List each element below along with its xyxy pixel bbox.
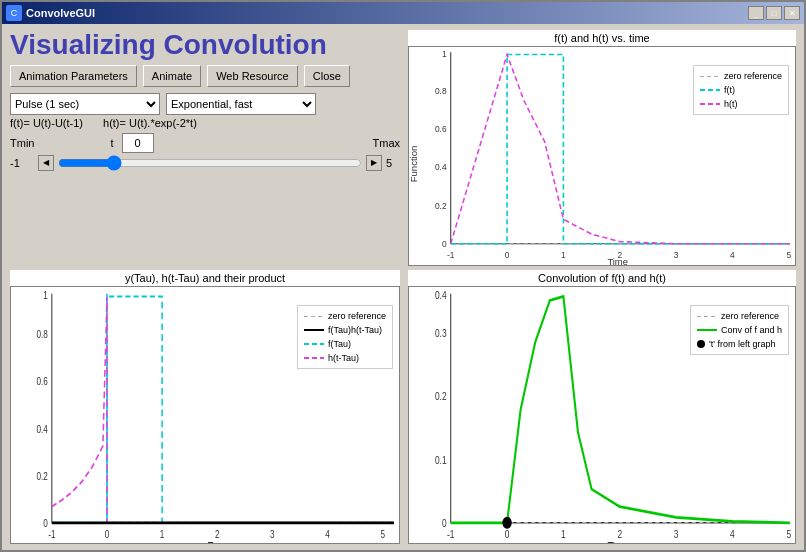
svg-text:4: 4 [325,527,330,539]
svg-text:0.4: 0.4 [36,422,48,434]
svg-text:Function: Function [409,146,419,183]
chart-bottom-right: -1 0 1 2 3 4 5 0 0.1 0.2 0.3 [408,286,796,544]
svg-text:2: 2 [617,528,622,540]
legend-bl-zero: zero reference [304,309,386,323]
svg-text:1: 1 [160,527,165,539]
close-button[interactable]: ✕ [784,6,800,20]
svg-text:4: 4 [730,249,735,259]
legend-ht: h(t) [700,97,782,111]
svg-text:3: 3 [674,249,679,259]
tmin-label: Tmin [10,137,34,149]
main-window: C ConvolveGUI _ □ ✕ Visualizing Convolut… [0,0,806,552]
svg-text:5: 5 [786,249,791,259]
svg-text:1: 1 [561,528,566,540]
t-marker-dot [503,517,511,528]
svg-text:0.3: 0.3 [435,327,447,339]
window-icon: C [6,5,22,21]
formula-row: f(t)= U(t)-U(t-1) h(t)= U(t).*exp(-2*t) [10,117,400,129]
window-title: ConvolveGUI [26,7,95,19]
chart-bottom-left-legend: zero reference f(Tau)h(t-Tau) f(Tau) [297,305,393,369]
svg-text:5: 5 [380,527,385,539]
svg-text:-1: -1 [447,528,454,540]
chart-top-right-title: f(t) and h(t) vs. time [408,30,796,46]
svg-text:0: 0 [105,527,110,539]
tmin-value: -1 [10,157,34,169]
svg-text:0.6: 0.6 [36,375,47,387]
svg-text:0.2: 0.2 [435,390,447,402]
chart-top-right-legend: zero reference f(t) h(t) [693,65,789,115]
chart-top-right: Function -1 0 1 2 [408,46,796,266]
svg-text:1: 1 [43,289,48,301]
svg-text:Tau: Tau [208,540,223,543]
svg-text:1: 1 [561,249,566,259]
legend-br-conv: Conv of f and h [697,323,782,337]
svg-text:0: 0 [43,517,48,529]
page-title: Visualizing Convolution [10,30,400,61]
legend-br-t: 't' from left graph [697,337,782,351]
svg-text:0.8: 0.8 [435,86,447,96]
svg-text:5: 5 [786,528,791,540]
f-formula: f(t)= U(t)-U(t-1) [10,117,83,129]
f-function-select[interactable]: Pulse (1 sec) Rectangle Triangle [10,93,160,115]
svg-text:0.2: 0.2 [36,470,47,482]
chart-bottom-right-legend: zero reference Conv of f and h 't' from … [690,305,789,355]
animate-button[interactable]: Animate [143,65,201,87]
close-button-toolbar[interactable]: Close [304,65,350,87]
svg-text:0.1: 0.1 [435,453,447,465]
svg-text:0: 0 [505,528,510,540]
slider-left-arrow[interactable]: ◀ [38,155,54,171]
svg-text:0.2: 0.2 [435,201,447,211]
chart-bottom-right-title: Convolution of f(t) and h(t) [408,270,796,286]
tmax-label: Tmax [373,137,401,149]
h-function-select[interactable]: Exponential, fast Exponential, slow [166,93,316,115]
svg-text:0: 0 [505,249,510,259]
tmax-value: 5 [386,157,400,169]
legend-zero-ref: zero reference [700,69,782,83]
time-controls: Tmin t Tmax [10,133,400,153]
legend-br-zero: zero reference [697,309,782,323]
title-bar: C ConvolveGUI _ □ ✕ [2,2,804,24]
maximize-button[interactable]: □ [766,6,782,20]
svg-text:0.4: 0.4 [435,162,447,172]
svg-text:0.4: 0.4 [435,289,447,301]
svg-text:2: 2 [215,527,220,539]
svg-text:3: 3 [270,527,275,539]
chart-bottom-left-title: y(Tau), h(t-Tau) and their product [10,270,400,286]
legend-bl-product: f(Tau)h(t-Tau) [304,323,386,337]
window-controls: _ □ ✕ [748,6,800,20]
time-slider[interactable] [58,155,362,171]
toolbar: Animation Parameters Animate Web Resourc… [10,65,400,87]
svg-text:3: 3 [674,528,679,540]
t-input[interactable] [122,133,154,153]
legend-bl-ftau: f(Tau) [304,337,386,351]
svg-text:-1: -1 [447,249,455,259]
animation-params-button[interactable]: Animation Parameters [10,65,137,87]
svg-text:0: 0 [442,239,447,249]
svg-text:Time: Time [607,540,627,543]
legend-ft: f(t) [700,83,782,97]
svg-text:Time: Time [607,256,628,265]
svg-text:4: 4 [730,528,735,540]
content-area: Visualizing Convolution Animation Parame… [2,24,804,550]
t-label: t [110,137,113,149]
minimize-button[interactable]: _ [748,6,764,20]
chart-bottom-left: -1 0 1 2 3 4 5 0 0.2 0.4 0.6 0.8 [10,286,400,544]
svg-text:0: 0 [442,517,447,529]
svg-text:-1: -1 [48,527,55,539]
slider-right-arrow[interactable]: ▶ [366,155,382,171]
svg-text:1: 1 [442,48,447,58]
h-formula: h(t)= U(t).*exp(-2*t) [103,117,197,129]
legend-bl-htau: h(t-Tau) [304,351,386,365]
svg-text:0.6: 0.6 [435,124,447,134]
svg-text:0.8: 0.8 [36,328,47,340]
web-resource-button[interactable]: Web Resource [207,65,298,87]
